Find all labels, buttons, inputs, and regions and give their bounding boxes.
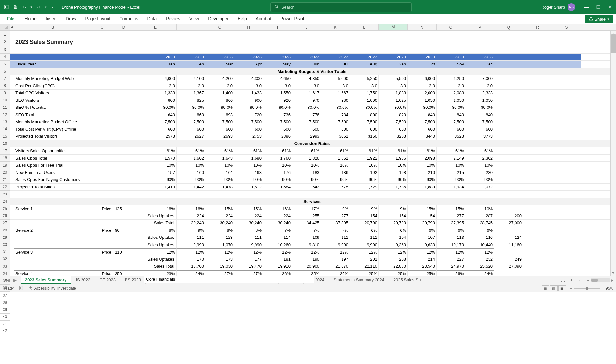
- cell[interactable]: [10, 140, 14, 147]
- cell[interactable]: 9,990: [177, 241, 205, 248]
- cell[interactable]: [10, 126, 14, 133]
- col-header[interactable]: H: [234, 24, 263, 30]
- cell[interactable]: 19,910: [263, 263, 292, 270]
- cell[interactable]: 7,500: [263, 118, 292, 126]
- cell[interactable]: 30,240: [177, 220, 205, 227]
- cell[interactable]: 10%: [321, 162, 350, 169]
- ribbon-tab-view[interactable]: View: [185, 14, 204, 24]
- cell[interactable]: [91, 155, 113, 162]
- cell[interactable]: 80.0%: [177, 104, 205, 111]
- col-header[interactable]: J: [292, 24, 321, 30]
- scroll-thumb[interactable]: [611, 34, 616, 53]
- cell[interactable]: [91, 118, 113, 126]
- cell[interactable]: 90%: [379, 176, 408, 183]
- cell[interactable]: 2023: [205, 54, 234, 61]
- vertical-scrollbar[interactable]: ▲ ▼: [610, 31, 616, 276]
- cell[interactable]: 2,072: [465, 184, 494, 191]
- cell[interactable]: [91, 234, 113, 241]
- cell[interactable]: 10%: [134, 162, 177, 169]
- col-header[interactable]: M: [379, 24, 408, 30]
- cell[interactable]: 2023: [134, 54, 177, 61]
- ribbon-tab-developer[interactable]: Developer: [204, 14, 233, 24]
- cell[interactable]: [91, 147, 113, 154]
- restore-icon[interactable]: ❐: [595, 3, 602, 11]
- cell[interactable]: 2886: [263, 133, 292, 140]
- cell[interactable]: [10, 118, 14, 126]
- cell[interactable]: 2627: [177, 133, 205, 140]
- row-header[interactable]: 8: [0, 82, 10, 90]
- cell[interactable]: [14, 31, 91, 38]
- cell[interactable]: 22,880: [379, 263, 408, 270]
- zoom-slider[interactable]: [574, 288, 600, 289]
- cell[interactable]: [91, 90, 113, 97]
- row-header[interactable]: 24: [0, 198, 10, 205]
- cell[interactable]: 224: [205, 212, 234, 220]
- cell[interactable]: Dec: [465, 61, 494, 68]
- cell[interactable]: 800: [134, 97, 177, 104]
- cell[interactable]: 20,900: [292, 263, 321, 270]
- cell[interactable]: 3253: [379, 133, 408, 140]
- cell[interactable]: 3440: [408, 133, 437, 140]
- cell[interactable]: 1,889: [408, 184, 437, 191]
- zoom-out-icon[interactable]: −: [570, 286, 572, 290]
- cell[interactable]: Sales Total: [134, 220, 177, 227]
- cell[interactable]: [113, 176, 134, 183]
- cell[interactable]: 1,400: [205, 90, 234, 97]
- cell[interactable]: Monthly Marketing Budget Web: [14, 75, 91, 82]
- accessibility-icon[interactable]: [29, 286, 33, 291]
- cell[interactable]: 1,826: [292, 155, 321, 162]
- cell[interactable]: 27,390: [494, 263, 523, 270]
- cell[interactable]: 1,433: [234, 90, 263, 97]
- cell[interactable]: 230: [465, 169, 494, 176]
- cell[interactable]: 25%: [408, 270, 437, 276]
- cell[interactable]: [10, 68, 14, 75]
- cell[interactable]: 19,030: [205, 263, 234, 270]
- cell[interactable]: Sales Total: [134, 263, 177, 270]
- cell[interactable]: Oct: [408, 61, 437, 68]
- cell[interactable]: 61%: [321, 147, 350, 154]
- cell[interactable]: 90%: [292, 176, 321, 183]
- cell[interactable]: 800: [350, 111, 379, 118]
- cell[interactable]: 30,240: [205, 220, 234, 227]
- cell[interactable]: 6,000: [408, 75, 437, 82]
- cell[interactable]: 27,000: [494, 220, 523, 227]
- cell[interactable]: 90: [113, 227, 134, 234]
- cell[interactable]: [10, 169, 14, 176]
- cell[interactable]: [91, 212, 113, 220]
- cell[interactable]: 3.0: [292, 82, 321, 90]
- cell[interactable]: 12%: [205, 248, 234, 256]
- cell[interactable]: Service 2: [14, 227, 91, 234]
- cell[interactable]: [14, 220, 91, 227]
- cell[interactable]: [113, 126, 134, 133]
- cell[interactable]: [10, 241, 14, 248]
- cell[interactable]: [10, 256, 14, 263]
- cell[interactable]: 277: [437, 212, 465, 220]
- cell[interactable]: 198: [379, 169, 408, 176]
- cell[interactable]: 10%: [379, 162, 408, 169]
- cell[interactable]: 215: [437, 169, 465, 176]
- ribbon-tab-formulas[interactable]: Formulas: [115, 14, 143, 24]
- cell[interactable]: 80.0%: [234, 104, 263, 111]
- cell[interactable]: Feb: [177, 61, 205, 68]
- cell[interactable]: 1,050: [437, 97, 465, 104]
- cell[interactable]: 26%: [321, 270, 350, 276]
- row-header[interactable]: 5: [0, 61, 10, 68]
- cell[interactable]: 2023: [321, 54, 350, 61]
- cell[interactable]: 600: [263, 126, 292, 133]
- cell[interactable]: 6%: [465, 227, 494, 234]
- cell[interactable]: [91, 61, 113, 68]
- cell[interactable]: 900: [234, 97, 263, 104]
- cell[interactable]: [91, 184, 113, 191]
- cell[interactable]: 4,850: [292, 75, 321, 82]
- cell[interactable]: 116: [465, 234, 494, 241]
- accessibility-label[interactable]: Accessibility: Investigate: [34, 286, 76, 290]
- cell[interactable]: 30,240: [234, 220, 263, 227]
- section-header[interactable]: Services: [14, 198, 610, 205]
- cell[interactable]: 1,985: [379, 155, 408, 162]
- cell[interactable]: 80.0%: [134, 104, 177, 111]
- cell[interactable]: 20,790: [379, 220, 408, 227]
- cell[interactable]: [113, 90, 134, 97]
- cell[interactable]: 80.0%: [379, 104, 408, 111]
- chevron-down-icon[interactable]: ▼: [30, 3, 33, 11]
- cell[interactable]: 840: [465, 111, 494, 118]
